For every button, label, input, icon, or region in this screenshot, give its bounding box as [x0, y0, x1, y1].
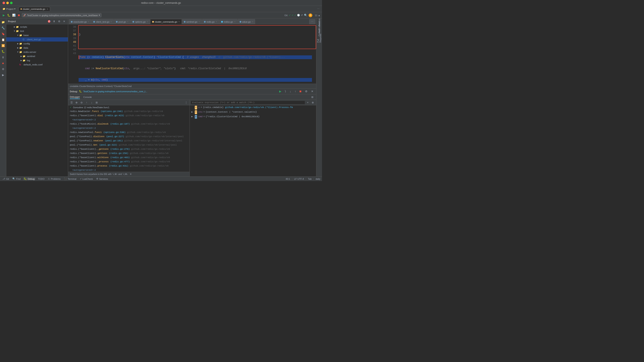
debug-step-over-btn[interactable]: ⤵ — [283, 89, 288, 94]
debug-run-button[interactable]: 🐛 — [7, 13, 11, 18]
debug-settings-btn[interactable]: ⚙ — [304, 89, 308, 94]
frame-9[interactable]: redis.(*baseClient).withConn (redis.go:4… — [68, 155, 190, 160]
stop-button[interactable]: ⏹ — [17, 13, 21, 18]
tab-osscluster[interactable]: osscluster.go ✕ — [69, 19, 91, 24]
sidebar-debug-icon[interactable]: 🐛 — [0, 49, 6, 54]
tab-pool[interactable]: pool.go ✕ — [114, 19, 130, 24]
code-editor[interactable]: 36 37 38 39 40 41 42 43 } func (c cmdabl… — [68, 24, 316, 84]
close-sentinel[interactable]: ✕ — [198, 21, 200, 23]
coverage-button[interactable]: 📊 — [12, 13, 16, 18]
maximize-button[interactable] — [10, 2, 12, 4]
debug-step-out-btn[interactable]: ↑ — [293, 89, 298, 94]
bottom-tab-services[interactable]: ⚙ Services — [96, 177, 109, 180]
frames-expand-icon[interactable]: ⊕ — [74, 101, 78, 105]
frame-autogen-2[interactable]: <autogenerated>:2 — [68, 126, 190, 130]
tree-item-redis-server[interactable]: ▼ 📁 redis-server — [6, 50, 68, 54]
bottom-tab-debug[interactable]: 🐛 Debug — [23, 177, 35, 180]
tree-item-scripts[interactable]: ▶ 📁 scripts — [6, 25, 68, 29]
bottom-tab-luacheck[interactable]: ✓ LuaCheck — [79, 177, 94, 180]
close-button[interactable] — [2, 2, 5, 4]
panel-sort-btn[interactable]: ⬇ — [52, 19, 56, 24]
close-pool[interactable]: ✕ — [127, 21, 128, 23]
watch-expand-btn[interactable]: ⊕ — [311, 101, 315, 105]
main-file-tab[interactable]: cluster_commands.go ✕ — [19, 7, 50, 11]
frame-5[interactable]: pool.(*ConnPool).newConn (pool.go:191) g… — [68, 139, 190, 143]
close-client-test[interactable]: ✕ — [110, 21, 112, 23]
close-redis[interactable]: ✕ — [216, 21, 217, 23]
frame-4[interactable]: pool.(*ConnPool).dialConn (pool.go:227) … — [68, 134, 190, 139]
project-selector[interactable]: 📁 Project ▾ — [1, 7, 18, 11]
bottom-tab-find[interactable]: 🔍 Find — [12, 177, 22, 180]
sidebar-structure-icon[interactable]: 🔧 — [0, 25, 6, 31]
window-controls[interactable] — [2, 2, 12, 4]
debug-close-btn[interactable]: ✕ — [310, 89, 314, 94]
frame-1[interactable]: redis.(*baseClient).dial (redis.go:423) … — [68, 114, 190, 118]
bottom-tab-git[interactable]: ⎇ Git — [2, 177, 10, 180]
sidebar-project-icon[interactable]: 📁 — [0, 19, 6, 25]
panel-locate-btn[interactable]: 🎯 — [47, 19, 51, 24]
watch-add-btn[interactable]: + — [306, 101, 310, 105]
run-config-dropdown[interactable]: 🚀 TestCluster in gopkg.inshopline.com/co… — [22, 13, 102, 17]
bottom-tab-todo[interactable]: TODO — [37, 178, 46, 180]
tab-sentinel[interactable]: sentinel.go ✕ — [182, 19, 202, 24]
tab-close-icon[interactable]: ✕ — [46, 8, 48, 10]
close-cluster-commands[interactable]: ✕ — [178, 21, 180, 23]
frames-list-icon[interactable]: ☰ — [70, 101, 74, 105]
panel-close-btn[interactable]: ✕ — [62, 19, 66, 24]
frame-7[interactable]: redis.(*baseClient)._getConn (redis.go:2… — [68, 147, 190, 151]
frame-autogen-3[interactable]: <autogenerated>:2 — [68, 168, 190, 172]
tab-debugger[interactable]: Debugger — [70, 95, 80, 99]
sidebar-settings-icon[interactable]: ⚙ — [0, 66, 6, 72]
close-options[interactable]: ✕ — [146, 21, 148, 23]
minimize-button[interactable] — [6, 2, 9, 4]
sidebar-pause-icon[interactable]: ⏸ — [0, 55, 6, 60]
frame-autogen-1[interactable]: <autogenerated>:2 — [68, 118, 190, 122]
frame-6[interactable]: pool.(*ConnPool).Get (pool.go:322) githu… — [68, 143, 190, 147]
status-close-btn[interactable]: ✕ — [130, 173, 132, 176]
close-redisx[interactable]: ✕ — [234, 21, 236, 23]
search-button[interactable]: 🔍 — [304, 13, 308, 18]
frames-down-icon[interactable]: ↓ — [90, 101, 94, 105]
expand-cmd[interactable]: ▶ — [192, 115, 194, 118]
frame-0[interactable]: redis.NewDialer.func1 (options.go:246) g… — [68, 109, 190, 114]
tab-redisx[interactable]: redisx.go ✕ — [219, 19, 238, 24]
frames-collapse-icon[interactable]: ⊖ — [80, 101, 84, 105]
frames-up-icon[interactable]: ↑ — [84, 101, 89, 105]
sidebar-stop-icon[interactable]: ■ — [0, 60, 6, 66]
tab-client-test[interactable]: client_test.go ✕ — [92, 19, 114, 24]
debug-stop-btn[interactable]: ⏹ — [298, 89, 303, 94]
tree-item-data[interactable]: ▶ 📁 data — [6, 46, 68, 50]
run-button[interactable]: ▶ — [2, 13, 6, 18]
tree-item-log[interactable]: ▶ 📁 log — [6, 58, 68, 63]
tab-options[interactable]: options.go ✕ — [130, 19, 150, 24]
tree-item-config[interactable]: ▶ 📁 config — [6, 42, 68, 46]
frames-menu-icon[interactable]: ⋮ — [184, 101, 188, 105]
tab-more[interactable]: ⋯ — [309, 19, 315, 24]
debug-expand-btn[interactable]: ⊞ — [310, 95, 314, 99]
panel-gear-btn[interactable]: ⚙ — [57, 19, 61, 24]
frames-grid-icon[interactable]: ⊞ — [94, 101, 99, 105]
debug-resume-btn[interactable]: ▶ — [278, 89, 282, 94]
tree-item-sentinel[interactable]: ▶ 📁 sentinel — [6, 54, 68, 58]
frame-10[interactable]: redis.(*baseClient)._process (redis.go:4… — [68, 160, 190, 164]
sidebar-run-icon[interactable]: ▶ — [0, 72, 6, 78]
close-osscluster[interactable]: ✕ — [88, 21, 89, 23]
bottom-tab-terminal[interactable]: ⬛ Terminal — [63, 177, 77, 180]
bottom-tab-problems[interactable]: ⚠ Problems — [47, 177, 61, 180]
tab-cluster-commands[interactable]: cluster_commands.go ✕ — [150, 19, 182, 24]
tab-redis[interactable]: redis.go ✕ — [202, 19, 219, 24]
close-value[interactable]: ✕ — [252, 21, 253, 23]
tree-item-client-test[interactable]: ▶ G client_test.go — [6, 37, 68, 42]
tree-item-default-redis-conf[interactable]: ▶ N default_redis.conf — [6, 63, 68, 67]
expand-ctx[interactable]: ▶ — [192, 110, 194, 114]
sidebar-bookmark-icon[interactable]: 🔖 — [0, 31, 6, 37]
debug-step-into-btn[interactable]: ↓ — [288, 89, 293, 94]
sidebar-commit-icon[interactable]: 📋 — [0, 37, 6, 42]
tree-item-base[interactable]: ▼ 📁 base — [6, 33, 68, 37]
frame-2[interactable]: redis.(*hooksMixin).dialHook (redis.go:1… — [68, 122, 190, 126]
sidebar-pullreq-right-icon[interactable]: Pull Requests — [317, 36, 322, 41]
tab-value[interactable]: value.go ✕ — [238, 19, 255, 24]
frame-11[interactable]: redis.(*baseClient).process (redis.go:43… — [68, 164, 190, 168]
frame-3[interactable]: redis.newConnPool.func1 (options.go:530)… — [68, 130, 190, 134]
tree-item-test[interactable]: ▼ 📁 test — [6, 29, 68, 33]
